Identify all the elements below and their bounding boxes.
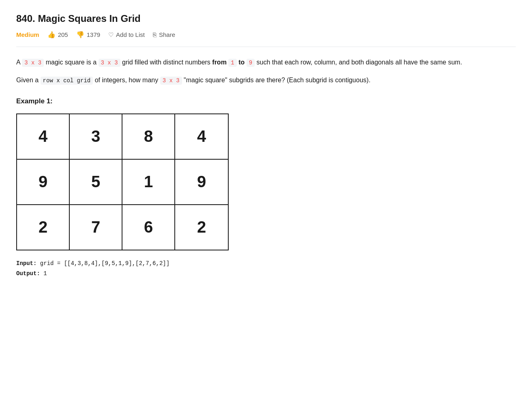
meta-row: Medium 👍 205 👎 1379 ♡ Add to List ⎘ Shar… (16, 31, 516, 47)
grid-cell: 5 (70, 160, 122, 204)
difficulty-badge[interactable]: Medium (16, 31, 39, 38)
grid-cell: 2 (175, 205, 228, 250)
grid-row: 9519 (17, 160, 228, 205)
thumbs-up-icon: 👍 (47, 31, 56, 38)
problem-title: 840. Magic Squares In Grid (16, 13, 516, 24)
grid-cell: 1 (122, 160, 175, 204)
bold-from: from (212, 59, 227, 66)
add-to-list-button[interactable]: ♡ Add to List (108, 31, 145, 38)
share-button[interactable]: ⎘ Share (153, 31, 175, 38)
example-1-label: Example 1: (16, 97, 516, 105)
grid-cell: 2 (17, 205, 70, 250)
grid-cell: 6 (122, 205, 175, 250)
grid-cell: 4 (17, 114, 70, 159)
description-paragraph-1: A 3 x 3 magic square is a 3 x 3 grid fil… (16, 57, 516, 68)
input-label: Input: (16, 260, 36, 267)
output-line: Output: 1 (16, 269, 516, 279)
code-3x3-2: 3 x 3 (99, 59, 120, 67)
input-value-text: grid = [[4,3,8,4],[9,5,1,9],[2,7,6,2]] (40, 260, 169, 267)
grid-row: 2762 (17, 205, 228, 250)
dislikes-count: 1379 (87, 31, 100, 38)
share-label: Share (159, 31, 175, 38)
grid-cell: 7 (70, 205, 122, 250)
likes-count: 205 (58, 31, 68, 38)
dislikes-button[interactable]: 👎 1379 (76, 31, 100, 38)
code-1: 1 (228, 59, 236, 67)
output-value-text: 1 (43, 270, 47, 277)
likes-button[interactable]: 👍 205 (47, 31, 68, 38)
add-to-list-label: Add to List (116, 31, 145, 38)
code-3x3-1: 3 x 3 (22, 59, 44, 67)
example-grid: 438495192762 (16, 113, 229, 250)
grid-cell: 9 (175, 160, 228, 204)
heart-icon: ♡ (108, 31, 114, 38)
code-row-x-col: row x col grid (41, 77, 93, 85)
description-paragraph-2: Given a row x col grid of integers, how … (16, 75, 516, 86)
code-9: 9 (247, 59, 255, 67)
example-1-section: Example 1: 438495192762 Input: grid = [[… (16, 97, 516, 279)
output-label: Output: (16, 270, 40, 277)
grid-cell: 8 (122, 114, 175, 159)
thumbs-down-icon: 👎 (76, 31, 84, 38)
problem-description: A 3 x 3 magic square is a 3 x 3 grid fil… (16, 57, 516, 86)
grid-cell: 3 (70, 114, 122, 159)
bold-to: to (238, 59, 245, 66)
input-line: Input: grid = [[4,3,8,4],[9,5,1,9],[2,7,… (16, 259, 516, 269)
grid-cell: 9 (17, 160, 70, 204)
grid-cell: 4 (175, 114, 228, 159)
grid-row: 4384 (17, 114, 228, 160)
share-icon: ⎘ (153, 31, 157, 38)
io-block: Input: grid = [[4,3,8,4],[9,5,1,9],[2,7,… (16, 259, 516, 279)
code-3x3-3: 3 x 3 (160, 77, 182, 85)
